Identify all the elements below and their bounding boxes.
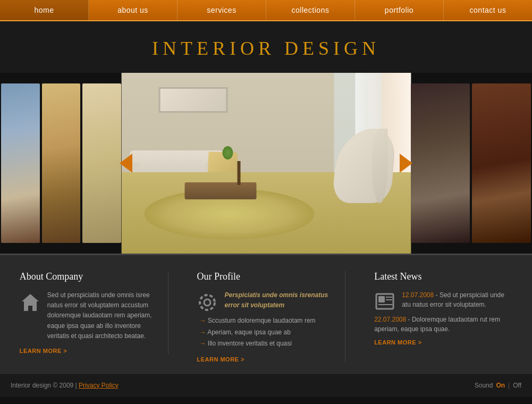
our-profile-col: Our Profile Perspiciatis unde omnis isre… [186, 271, 345, 363]
carousel-left-panels [0, 83, 122, 243]
news-title: Latest News [374, 271, 512, 282]
footer-left: Interior design © 2009 | Privacy Policy [11, 382, 119, 389]
nav-item-services[interactable]: services [178, 0, 266, 20]
footer: Interior design © 2009 | Privacy Policy … [0, 373, 532, 397]
privacy-policy-link[interactable]: Privacy Policy [79, 382, 119, 389]
footer-right: Sound On | Off [475, 382, 521, 389]
profile-list-item-2: Illo inventore veritatis et quasi [199, 338, 335, 350]
hero-section: INTERIOR DESIGN [0, 21, 532, 254]
nav-item-about[interactable]: about us [89, 0, 178, 20]
svg-point-2 [200, 295, 215, 310]
latest-news-col: Latest News 12.07.2008 - Sed ut perspici… [364, 271, 523, 346]
nav-item-collections[interactable]: collections [266, 0, 355, 20]
about-text: Sed ut perspiciatis unde omnis isree nat… [47, 290, 158, 341]
content-section: About Company Sed ut perspiciatis unde o… [0, 254, 532, 373]
house-icon [20, 292, 41, 315]
news-item-1: 22.07.2008 - Doloremque laudaotam rut re… [374, 315, 512, 334]
panel-left-2 [42, 83, 81, 243]
about-company-col: About Company Sed ut perspiciatis unde o… [9, 271, 168, 354]
profile-list-item-0: Sccustum doloremque laudaotam rem [199, 315, 335, 327]
news-icon [374, 292, 395, 314]
sound-separator: | [508, 382, 510, 389]
svg-marker-0 [22, 294, 39, 311]
main-nav: home about us services collections portf… [0, 0, 532, 21]
profile-title: Our Profile [197, 271, 335, 282]
panel-right-1 [411, 83, 470, 243]
footer-copyright: Interior design © 2009 | [11, 382, 77, 389]
carousel [0, 73, 532, 254]
svg-point-1 [204, 299, 210, 306]
panel-right-2 [472, 83, 531, 243]
carousel-right-panels [410, 83, 532, 243]
carousel-main-slide [121, 73, 411, 254]
news-date-0: 12.07.2008 [402, 291, 434, 299]
sound-label: Sound [475, 382, 493, 389]
nav-item-portfolio[interactable]: portfolio [355, 0, 444, 20]
carousel-next-button[interactable] [400, 154, 412, 173]
news-date-1: 22.07.2008 [374, 316, 406, 323]
profile-list-item-1: Aperiam, eaque ipsa quae ab [199, 327, 335, 339]
hero-title: INTERIOR DESIGN [152, 37, 380, 60]
gear-icon [197, 292, 218, 315]
profile-learn-more[interactable]: LEARN MORE > [197, 356, 335, 363]
about-title: About Company [20, 271, 158, 282]
about-learn-more[interactable]: LEARN MORE > [20, 348, 158, 354]
sound-on-button[interactable]: On [496, 382, 505, 389]
profile-list: Sccustum doloremque laudaotam rem Aperia… [197, 315, 335, 350]
nav-item-home[interactable]: home [0, 0, 89, 20]
panel-left-3 [82, 83, 121, 243]
svg-rect-4 [378, 296, 385, 302]
panel-left-1 [1, 83, 40, 243]
nav-item-contact[interactable]: contact us [444, 0, 532, 20]
carousel-prev-button[interactable] [120, 154, 132, 173]
news-learn-more[interactable]: LEARN MORE > [374, 339, 512, 346]
sound-off-button[interactable]: Off [513, 382, 521, 389]
